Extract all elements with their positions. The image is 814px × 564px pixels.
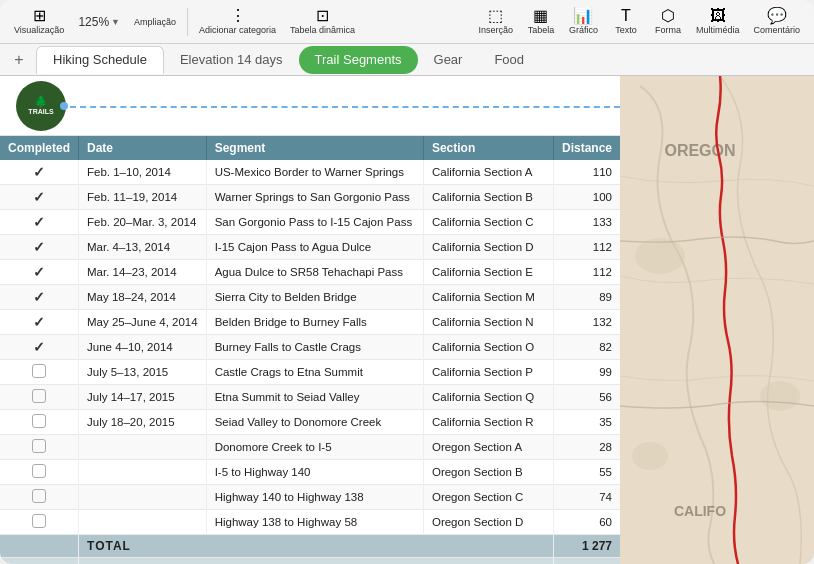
total-label-cell: TOTAL [79, 535, 554, 558]
table-row: Highway 140 to Highway 138Oregon Section… [0, 485, 620, 510]
cell-distance: 35 [553, 410, 620, 435]
cell-completed[interactable] [0, 385, 79, 410]
checkbox-empty[interactable] [32, 414, 46, 428]
table-row: ✓June 4–10, 2014Burney Falls to Castle C… [0, 335, 620, 360]
checkmark-icon: ✓ [33, 214, 45, 230]
checkmark-icon: ✓ [33, 289, 45, 305]
cell-completed[interactable] [0, 410, 79, 435]
cell-distance: 133 [553, 210, 620, 235]
cell-completed[interactable]: ✓ [0, 285, 79, 310]
checkbox-empty[interactable] [32, 489, 46, 503]
cell-date: May 25–June 4, 2014 [79, 310, 207, 335]
cell-section: California Section B [423, 185, 553, 210]
cell-date [79, 510, 207, 535]
hiked-check-cell [0, 558, 79, 565]
cell-completed[interactable]: ✓ [0, 235, 79, 260]
add-category-button[interactable]: ⋮ Adicionar categoria [193, 6, 282, 37]
cell-completed[interactable]: ✓ [0, 185, 79, 210]
cell-distance: 28 [553, 435, 620, 460]
cell-date: May 18–24, 2014 [79, 285, 207, 310]
text-icon: T [621, 8, 631, 24]
cell-segment: Seiad Valley to Donomore Creek [206, 410, 423, 435]
tab-trail[interactable]: Trail Segments [299, 46, 418, 74]
chart-button[interactable]: 📊 Gráfico [563, 6, 604, 37]
cell-section: Oregon Section C [423, 485, 553, 510]
svg-point-3 [632, 442, 668, 470]
header-section: Section [423, 136, 553, 160]
cell-section: Oregon Section B [423, 460, 553, 485]
cell-completed[interactable] [0, 460, 79, 485]
data-table: Completed Date Segment Section Distance … [0, 136, 620, 564]
cell-completed[interactable]: ✓ [0, 160, 79, 185]
media-button[interactable]: 🖼 Multimédia [690, 6, 746, 37]
comment-icon: 💬 [767, 8, 787, 24]
cell-completed[interactable] [0, 360, 79, 385]
hiked-distance-cell: 871 [553, 558, 620, 565]
checkbox-empty[interactable] [32, 389, 46, 403]
add-category-icon: ⋮ [230, 8, 246, 24]
cell-distance: 56 [553, 385, 620, 410]
cell-segment: Agua Dulce to SR58 Tehachapi Pass [206, 260, 423, 285]
logo: 🌲 TRAILS [16, 81, 66, 131]
cell-completed[interactable]: ✓ [0, 310, 79, 335]
table-container: Completed Date Segment Section Distance … [0, 136, 620, 564]
cell-date: Feb. 1–10, 2014 [79, 160, 207, 185]
checkbox-empty[interactable] [32, 439, 46, 453]
header-completed: Completed [0, 136, 79, 160]
comment-button[interactable]: 💬 Comentário [747, 6, 806, 37]
cell-completed[interactable] [0, 510, 79, 535]
header-segment: Segment [206, 136, 423, 160]
spreadsheet-panel: 🌲 TRAILS Completed Date Segment Section … [0, 76, 620, 564]
tab-gear[interactable]: Gear [418, 46, 479, 74]
cell-completed[interactable] [0, 435, 79, 460]
cell-date: June 4–10, 2014 [79, 335, 207, 360]
zoom-label-item[interactable]: Ampliação [128, 14, 182, 29]
table-row: ✓May 18–24, 2014Sierra City to Belden Br… [0, 285, 620, 310]
view-label: Visualização [14, 25, 64, 35]
dashed-line [70, 106, 620, 108]
shape-button[interactable]: ⬡ Forma [648, 6, 688, 37]
zoom-control[interactable]: 125% ▼ [72, 13, 126, 31]
checkbox-empty[interactable] [32, 364, 46, 378]
dynamic-table-button[interactable]: ⊡ Tabela dinâmica [284, 6, 361, 37]
cell-segment: Highway 140 to Highway 138 [206, 485, 423, 510]
insert-button[interactable]: ⬚ Inserção [472, 6, 519, 37]
cell-section: California Section E [423, 260, 553, 285]
cell-completed[interactable]: ✓ [0, 210, 79, 235]
dynamic-table-icon: ⊡ [316, 8, 329, 24]
checkbox-empty[interactable] [32, 464, 46, 478]
table-header-row: Completed Date Segment Section Distance [0, 136, 620, 160]
cell-section: Oregon Section A [423, 435, 553, 460]
cell-section: California Section N [423, 310, 553, 335]
cell-segment: Belden Bridge to Burney Falls [206, 310, 423, 335]
table-row: Donomore Creek to I-5Oregon Section A28 [0, 435, 620, 460]
cell-date: Mar. 14–23, 2014 [79, 260, 207, 285]
text-button[interactable]: T Texto [606, 6, 646, 37]
header-date: Date [79, 136, 207, 160]
cell-completed[interactable]: ✓ [0, 260, 79, 285]
checkbox-empty[interactable] [32, 514, 46, 528]
map-svg: OREGON CALIFO [620, 76, 814, 564]
tab-food[interactable]: Food [478, 46, 540, 74]
cell-date [79, 485, 207, 510]
svg-point-1 [635, 238, 685, 274]
cell-completed[interactable]: ✓ [0, 335, 79, 360]
tab-hiking[interactable]: Hiking Schedule [36, 46, 164, 74]
table-row: ✓Feb. 20–Mar. 3, 2014San Gorgonio Pass t… [0, 210, 620, 235]
add-tab-button[interactable]: + [8, 49, 30, 71]
cell-completed[interactable] [0, 485, 79, 510]
zoom-chevron: ▼ [111, 17, 120, 27]
cell-date: July 5–13, 2015 [79, 360, 207, 385]
table-row: Highway 138 to Highway 58Oregon Section … [0, 510, 620, 535]
media-icon: 🖼 [710, 8, 726, 24]
cell-date: Feb. 11–19, 2014 [79, 185, 207, 210]
hiked-row: Hiked 871 [0, 558, 620, 565]
tab-elevation[interactable]: Elevation 14 days [164, 46, 299, 74]
cell-section: California Section P [423, 360, 553, 385]
svg-point-2 [760, 381, 800, 411]
table-button[interactable]: ▦ Tabela [521, 6, 561, 37]
cell-section: California Section D [423, 235, 553, 260]
toolbar-right: ⬚ Inserção ▦ Tabela 📊 Gráfico T Texto ⬡ … [472, 6, 806, 37]
view-button[interactable]: ⊞ Visualização [8, 6, 70, 37]
checkmark-icon: ✓ [33, 339, 45, 355]
